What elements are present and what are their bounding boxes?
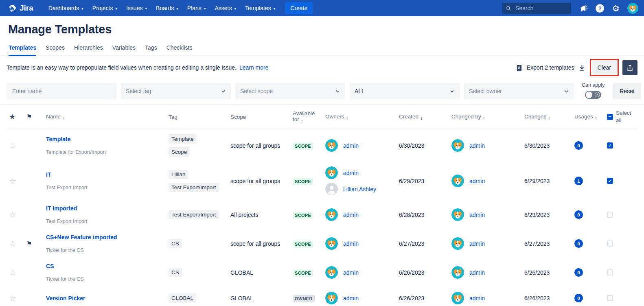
- nav-right: ? ⚙: [502, 3, 638, 14]
- nav-item-issues[interactable]: Issues▾: [122, 0, 151, 16]
- owner-item: admin: [325, 139, 394, 152]
- scope-filter-select[interactable]: Select scope: [235, 83, 345, 99]
- available-for-filter-select[interactable]: ALL: [350, 83, 460, 99]
- scope-value: GLOBAL: [228, 269, 291, 276]
- learn-more-link[interactable]: Learn more: [239, 64, 269, 71]
- create-button[interactable]: Create: [285, 2, 313, 14]
- tab-tags[interactable]: Tags: [145, 44, 157, 55]
- star-column-icon[interactable]: ★: [9, 113, 15, 121]
- header-owners[interactable]: Owners▲▼: [323, 114, 394, 120]
- template-name-link[interactable]: Version Picker: [46, 295, 165, 302]
- header-available-for[interactable]: Available for▲▼: [291, 110, 323, 123]
- user-avatar[interactable]: [627, 3, 638, 14]
- created-date: 6/30/2023: [394, 142, 449, 149]
- row-checkbox[interactable]: [607, 240, 613, 247]
- name-filter-input[interactable]: [7, 83, 116, 99]
- nav-item-projects[interactable]: Projects▾: [88, 0, 122, 16]
- template-name-link[interactable]: IT: [46, 171, 165, 178]
- table-header: ★ ⚑ Name▲▼ Tag Scope Available for▲▼ Own…: [7, 105, 637, 129]
- header-tag-label: Tag: [169, 114, 177, 120]
- nav-item-dashboards[interactable]: Dashboards▾: [44, 0, 88, 16]
- header-created[interactable]: Created▲▼: [394, 114, 449, 120]
- owner-link[interactable]: Lillian Ashley: [343, 186, 376, 192]
- changed-by-link[interactable]: admin: [469, 142, 485, 149]
- export-group: Export 2 templates Clear: [515, 59, 637, 76]
- star-icon[interactable]: ☆: [9, 294, 16, 303]
- star-icon[interactable]: ☆: [9, 268, 16, 277]
- owner-item: admin: [325, 292, 394, 304]
- jira-logo[interactable]: Jira: [8, 4, 33, 13]
- share-button[interactable]: [622, 60, 637, 75]
- nav-item-boards[interactable]: Boards▾: [151, 0, 183, 16]
- row-checkbox[interactable]: [607, 295, 613, 301]
- owner-link[interactable]: admin: [343, 240, 359, 247]
- tab-hierarchies[interactable]: Hierarchies: [74, 44, 103, 55]
- header-changed[interactable]: Changed▲▼: [520, 114, 571, 120]
- owner-link[interactable]: admin: [343, 269, 359, 276]
- export-templates-button[interactable]: Export 2 templates: [515, 64, 586, 72]
- changed-by-link[interactable]: admin: [469, 269, 485, 276]
- star-icon[interactable]: ☆: [9, 177, 16, 186]
- star-icon[interactable]: ☆: [9, 210, 16, 219]
- template-description: Test Export Import: [46, 219, 165, 224]
- flag-column-icon[interactable]: ⚑: [26, 113, 32, 120]
- header-name[interactable]: Name▲▼: [41, 114, 165, 120]
- sort-icon: ▲▼: [548, 116, 551, 120]
- tab-scopes[interactable]: Scopes: [46, 44, 65, 55]
- owner-link[interactable]: admin: [343, 170, 359, 176]
- clear-button[interactable]: Clear: [592, 61, 617, 74]
- row-checkbox[interactable]: [607, 178, 613, 184]
- header-available-for-label: Available for: [293, 110, 315, 122]
- available-for-badge: SCOPE: [293, 240, 313, 248]
- announcements-icon[interactable]: [578, 4, 588, 13]
- template-description: Ticket for the CS: [46, 276, 165, 282]
- tab-checklists[interactable]: Checklists: [166, 44, 193, 55]
- tag-filter-select[interactable]: Select tag: [121, 83, 231, 99]
- search-input[interactable]: [515, 4, 567, 12]
- changed-by-link[interactable]: admin: [469, 178, 485, 184]
- owner-filter-placeholder: Select owner: [469, 88, 502, 94]
- help-icon[interactable]: ?: [596, 4, 604, 13]
- changed-by-link[interactable]: admin: [469, 295, 485, 302]
- tab-templates[interactable]: Templates: [9, 44, 36, 56]
- sort-icon: ▲▼: [62, 116, 65, 120]
- star-icon[interactable]: ☆: [9, 239, 16, 248]
- name-filter-field[interactable]: [11, 87, 112, 95]
- changed-date: 6/30/2023: [520, 142, 571, 149]
- tag-chip: Scope: [169, 147, 190, 157]
- row-checkbox[interactable]: [607, 212, 613, 218]
- header-usages[interactable]: Usages▲▼: [571, 114, 604, 120]
- template-description: Template for Export/Import: [46, 149, 165, 155]
- star-icon[interactable]: ☆: [9, 141, 16, 150]
- owner-link[interactable]: admin: [343, 295, 359, 302]
- dog-avatar: [325, 139, 338, 152]
- tags-cell: CS: [165, 239, 228, 248]
- jira-logo-text: Jira: [20, 4, 33, 13]
- owner-filter-select[interactable]: Select owner: [464, 83, 574, 99]
- header-changed-by[interactable]: Changed by▲▼: [449, 114, 520, 120]
- tab-variables[interactable]: Variables: [112, 44, 136, 55]
- template-name-link[interactable]: CS+New Feature imported: [46, 234, 165, 240]
- gear-icon[interactable]: ⚙: [612, 4, 620, 13]
- can-apply-toggle[interactable]: ✕: [585, 91, 601, 99]
- changed-by-link[interactable]: admin: [469, 240, 485, 247]
- nav-item-assets[interactable]: Assets▾: [210, 0, 241, 16]
- global-search[interactable]: [502, 3, 571, 14]
- chevron-down-icon: ▾: [145, 7, 147, 11]
- owner-item: Lillian Ashley: [325, 183, 394, 195]
- owner-link[interactable]: admin: [343, 212, 359, 218]
- row-checkbox[interactable]: [607, 269, 613, 275]
- template-name-link[interactable]: CS: [46, 263, 165, 269]
- select-all-checkbox[interactable]: [607, 114, 613, 120]
- template-name-link[interactable]: IT Imported: [46, 205, 165, 212]
- reset-button[interactable]: Reset: [613, 83, 641, 99]
- row-checkbox[interactable]: [607, 142, 613, 149]
- nav-item-plans[interactable]: Plans▾: [183, 0, 210, 16]
- export-label: Export 2 templates: [527, 64, 574, 71]
- changed-by-link[interactable]: admin: [469, 212, 485, 218]
- owner-link[interactable]: admin: [343, 142, 359, 149]
- scope-value: scope for all groups: [228, 142, 291, 149]
- template-name-link[interactable]: Template: [46, 136, 165, 142]
- table-row: ☆ ⚑ Template Template for Export/Import …: [7, 129, 637, 162]
- nav-item-templates[interactable]: Templates▾: [241, 0, 280, 16]
